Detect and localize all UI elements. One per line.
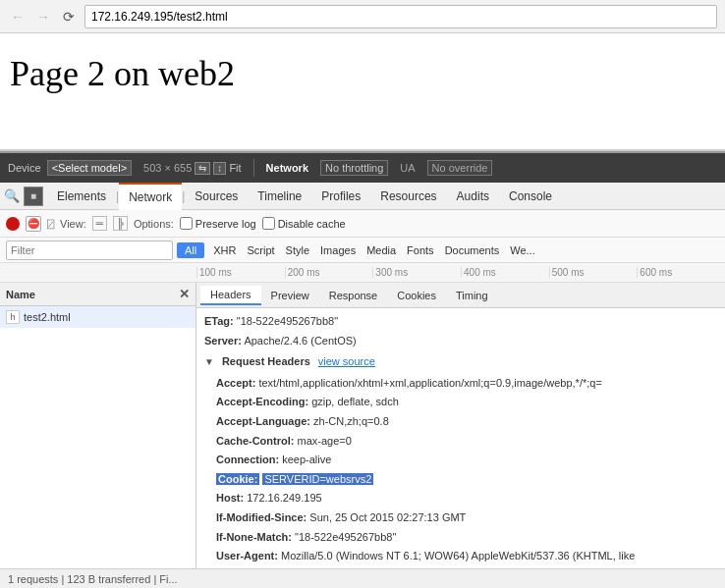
filter-xhr[interactable]: XHR: [208, 242, 241, 258]
status-text: 1 requests | 123 B transferred | Fi...: [8, 573, 178, 585]
file-list-name-col: Name: [6, 289, 35, 300]
refresh-button[interactable]: ⟳: [59, 7, 79, 27]
headers-content: ETag: "18-522e495267bb8" Server: Apache/…: [196, 308, 725, 568]
server-value: Apache/2.4.6 (CentOS): [244, 335, 356, 347]
server-row: Server: Apache/2.4.6 (CentOS): [204, 332, 717, 351]
ruler-mark-600: 600 ms: [637, 267, 725, 278]
server-label: Server:: [204, 335, 242, 347]
request-headers-section[interactable]: ▼ Request Headers view source: [204, 350, 717, 374]
filter-images[interactable]: Images: [315, 242, 361, 258]
inspect-icon[interactable]: ■: [24, 187, 43, 206]
view-tree-button[interactable]: ╠: [113, 216, 128, 231]
host-row: Host: 172.16.249.195: [204, 489, 717, 508]
user-agent-label: User-Agent:: [216, 550, 278, 561]
accept-encoding-value: gzip, deflate, sdch: [311, 396, 399, 407]
accept-encoding-label: Accept-Encoding:: [216, 396, 308, 407]
tab-timeline[interactable]: Timeline: [248, 183, 311, 210]
tab-audits[interactable]: Audits: [447, 183, 499, 210]
filter-websockets[interactable]: We...: [505, 242, 539, 258]
tab-cookies[interactable]: Cookies: [387, 287, 446, 304]
record-button[interactable]: [6, 217, 20, 231]
preserve-log-checkbox[interactable]: [180, 217, 193, 230]
devtools-panel: Device <Select model> 503 × 655 ⇆ ↕ Fit …: [0, 151, 725, 588]
options-label: Options:: [134, 218, 174, 230]
accept-row: Accept: text/html,application/xhtml+xml,…: [204, 374, 717, 394]
connection-value: keep-alive: [282, 454, 331, 465]
forward-button[interactable]: →: [33, 7, 53, 27]
cookie-label: Cookie:: [216, 473, 259, 485]
host-value: 172.16.249.195: [247, 492, 321, 504]
accept-value: text/html,application/xhtml+xml,applicat…: [258, 377, 601, 389]
search-icon[interactable]: 🔍: [4, 188, 20, 203]
if-none-match-label: If-None-Match:: [216, 531, 292, 543]
user-agent-value: Mozilla/5.0 (Windows NT 6.1; WOW64) Appl…: [281, 550, 635, 561]
etag-value: "18-522e495267bb8": [237, 315, 338, 327]
disable-cache-checkbox[interactable]: [262, 217, 275, 230]
file-list: Name ✕ h test2.html: [0, 283, 196, 568]
tab-elements[interactable]: Elements: [47, 183, 116, 210]
if-modified-since-label: If-Modified-Since:: [216, 511, 307, 523]
toolbar-divider: [253, 159, 254, 177]
connection-label: Connection:: [216, 454, 279, 465]
device-select[interactable]: <Select model>: [47, 160, 132, 176]
swap-dimensions-button[interactable]: ⇆: [195, 162, 210, 175]
tab-timing[interactable]: Timing: [446, 287, 498, 304]
tab-console[interactable]: Console: [499, 183, 562, 210]
filter-fonts[interactable]: Fonts: [402, 242, 439, 258]
file-name: test2.html: [24, 311, 71, 323]
user-agent-row: User-Agent: Mozilla/5.0 (Windows NT 6.1;…: [204, 547, 717, 566]
connection-row: Connection: keep-alive: [204, 451, 717, 470]
ruler-mark-500: 500 ms: [549, 267, 638, 278]
host-label: Host:: [216, 492, 244, 504]
tab-resources[interactable]: Resources: [370, 183, 446, 210]
page-content: Page 2 on web2: [0, 33, 725, 151]
tab-network[interactable]: Network: [119, 183, 182, 210]
filter-icon[interactable]: ⍁: [47, 217, 54, 231]
fit-button[interactable]: ↕: [213, 162, 226, 175]
list-item[interactable]: h test2.html: [0, 306, 195, 328]
preserve-log-group: Preserve log: [180, 217, 256, 230]
clear-button[interactable]: ⛔: [26, 216, 41, 232]
device-label: Device: [8, 162, 41, 174]
filter-documents[interactable]: Documents: [440, 242, 505, 258]
disable-cache-group: Disable cache: [262, 217, 346, 230]
all-filter-button[interactable]: All: [177, 242, 204, 258]
cache-control-value: max-age=0: [298, 435, 352, 447]
ruler-mark-100: 100 ms: [196, 267, 285, 278]
accept-language-value: zh-CN,zh;q=0.8: [313, 415, 389, 427]
if-modified-since-value: Sun, 25 Oct 2015 02:27:13 GMT: [309, 511, 466, 523]
cookie-value: SERVERID=websrvs2: [262, 473, 373, 485]
tab-headers[interactable]: Headers: [200, 286, 261, 305]
cache-control-label: Cache-Control:: [216, 435, 294, 447]
filter-input[interactable]: [6, 241, 173, 260]
file-list-close-button[interactable]: ✕: [179, 287, 190, 301]
etag-row: ETag: "18-522e495267bb8": [204, 312, 717, 332]
ua-select[interactable]: No override: [427, 160, 493, 176]
detail-panel: Headers Preview Response Cookies Timing …: [196, 283, 725, 568]
filter-style[interactable]: Style: [281, 242, 314, 258]
ua-label: UA: [400, 162, 415, 174]
tab-sources[interactable]: Sources: [185, 183, 248, 210]
throttle-select[interactable]: No throttling: [320, 160, 388, 176]
accept-label: Accept:: [216, 377, 255, 389]
filter-script[interactable]: Script: [242, 242, 279, 258]
network-toolbar: ⛔ ⍁ View: ═ ╠ Options: Preserve log Disa…: [0, 210, 725, 238]
view-list-button[interactable]: ═: [92, 216, 107, 231]
address-bar[interactable]: [84, 5, 717, 28]
accept-language-row: Accept-Language: zh-CN,zh;q=0.8: [204, 412, 717, 432]
device-section: Device <Select model>: [8, 160, 132, 176]
accept-language-label: Accept-Language:: [216, 415, 310, 427]
devtools-nav: 🔍 ■ Elements | Network | Sources Timelin…: [0, 183, 725, 210]
tab-profiles[interactable]: Profiles: [311, 183, 370, 210]
if-none-match-row: If-None-Match: "18-522e495267bb8": [204, 528, 717, 548]
if-none-match-value: "18-522e495267bb8": [295, 531, 396, 543]
filter-media[interactable]: Media: [362, 242, 401, 258]
view-source-link[interactable]: view source: [318, 353, 375, 371]
fit-label: ↕ Fit: [213, 162, 241, 175]
tab-preview[interactable]: Preview: [261, 287, 319, 304]
back-button[interactable]: ←: [8, 7, 28, 27]
tab-response[interactable]: Response: [319, 287, 388, 304]
network-main: Name ✕ h test2.html Headers Preview Resp…: [0, 283, 725, 568]
page-title: Page 2 on web2: [10, 53, 715, 94]
preserve-log-label: Preserve log: [195, 218, 256, 230]
